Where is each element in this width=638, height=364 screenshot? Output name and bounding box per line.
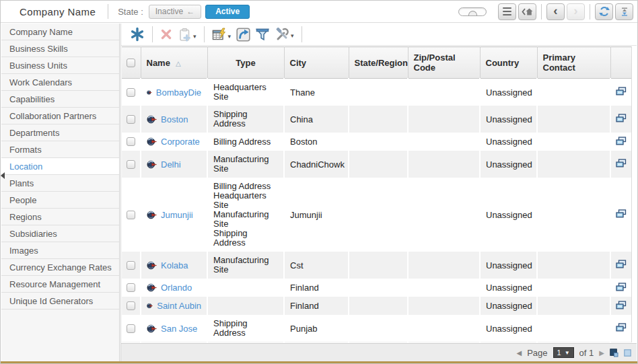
zip-cell — [408, 133, 480, 151]
toggle-knob-icon — [468, 11, 477, 15]
location-name-link[interactable]: Jumunjii — [161, 210, 193, 220]
print-button[interactable] — [610, 252, 631, 279]
location-name-link[interactable]: Kolaba — [161, 260, 188, 270]
sidebar-item-collaboration-partners[interactable]: Collaboration Partners — [1, 108, 119, 124]
filter-button[interactable] — [256, 28, 269, 41]
forward-button[interactable]: › — [567, 3, 585, 20]
print-button[interactable] — [610, 133, 631, 151]
grid-view-selected-icon[interactable] — [610, 349, 618, 357]
row-checkbox[interactable] — [127, 160, 135, 169]
print-button[interactable] — [610, 279, 631, 297]
row-checkbox[interactable] — [127, 211, 135, 219]
print-button[interactable] — [610, 106, 631, 133]
tools-button[interactable]: ▾ — [275, 28, 294, 41]
column-header-country[interactable]: Country — [480, 47, 537, 79]
sidebar-item-formats[interactable]: Formats — [1, 141, 119, 158]
location-name-link[interactable]: Saint Aubin — [157, 301, 201, 311]
sidebar-item-capabilities[interactable]: Capabilities — [1, 91, 119, 108]
export-button[interactable] — [236, 28, 250, 42]
row-checkbox[interactable] — [127, 283, 135, 292]
zip-cell — [408, 279, 480, 297]
zip-cell — [408, 106, 480, 133]
location-name-link[interactable]: Corporate — [161, 137, 200, 147]
print-button[interactable] — [610, 342, 631, 342]
sidebar-item-subsidiaries[interactable]: Subsidiaries — [1, 225, 119, 242]
sidebar-item-business-skills[interactable]: Business Skills — [1, 40, 119, 57]
print-icon — [616, 283, 627, 291]
refresh-button[interactable] — [595, 3, 613, 20]
globe-arrow-icon — [147, 301, 153, 310]
country-cell: Unassigned — [480, 178, 537, 252]
print-button[interactable] — [610, 315, 631, 342]
select-all-checkbox[interactable] — [127, 59, 135, 67]
sidebar-item-unique-id-generators[interactable]: Unique Id Generators — [1, 293, 119, 310]
state-cell — [349, 279, 408, 297]
row-checkbox[interactable] — [127, 261, 135, 270]
country-cell: Unassigned — [480, 315, 537, 342]
sidebar-collapse-handle[interactable] — [1, 172, 5, 179]
table-row: Delhi Manufacturing Site ChadniChowk Una… — [122, 151, 631, 178]
column-header-city[interactable]: City — [284, 47, 349, 79]
country-cell: Unassigned — [480, 279, 537, 297]
page-number-dropdown[interactable]: 1 ▼ — [553, 347, 574, 358]
state-cell — [349, 252, 408, 279]
inactive-state-button[interactable]: Inactive ← — [149, 5, 201, 19]
page-of-label: of 1 — [579, 348, 594, 358]
table-row: San Jose Shipping Address Punjab Unassig… — [122, 315, 631, 342]
country-cell: Unassigned — [480, 79, 537, 106]
print-button[interactable] — [610, 178, 631, 252]
table-actions-button[interactable]: ▾ — [212, 28, 232, 42]
delete-button[interactable] — [160, 28, 172, 40]
home-collapse-button[interactable] — [518, 3, 536, 20]
paste-add-button[interactable]: ▾ — [178, 28, 197, 42]
expand-collapse-button[interactable] — [615, 3, 633, 20]
sidebar-item-location[interactable]: Location — [1, 158, 119, 175]
zip-cell — [408, 79, 480, 106]
row-checkbox[interactable] — [127, 324, 135, 333]
previous-page-icon[interactable]: ◀ — [516, 349, 522, 357]
sidebar-item-regions[interactable]: Regions — [1, 209, 119, 225]
primary-contact-cell — [537, 133, 610, 151]
sidebar-item-plants[interactable]: Plants — [1, 175, 119, 192]
column-header-zip[interactable]: Zip/Postal Code — [408, 47, 480, 79]
column-header-type[interactable]: Type — [207, 47, 284, 79]
grid-view-alt-icon[interactable] — [624, 349, 631, 357]
divider — [590, 4, 590, 20]
toggle-switch[interactable] — [458, 7, 487, 16]
sidebar-item-departments[interactable]: Departments — [1, 124, 119, 141]
location-name-link[interactable]: BombayDie — [156, 87, 201, 98]
bottom-accent-border — [1, 361, 637, 363]
sidebar-item-currency-exchange-rates[interactable]: Currency Exchange Rates — [1, 259, 119, 276]
sidebar-item-work-calendars[interactable]: Work Calendars — [1, 74, 119, 91]
print-button[interactable] — [610, 79, 631, 106]
type-cell — [207, 297, 284, 315]
up-down-triangles-icon — [620, 7, 629, 16]
sidebar-item-company-name[interactable]: Company Name — [1, 24, 119, 40]
new-record-button[interactable] — [130, 27, 145, 42]
location-name-link[interactable]: Orlando — [161, 283, 192, 293]
location-name-link[interactable]: Boston — [161, 114, 188, 124]
back-button[interactable]: ‹ — [546, 3, 565, 20]
globe-arrow-icon — [147, 115, 157, 124]
sidebar-item-images[interactable]: Images — [1, 242, 119, 259]
divider — [541, 4, 542, 20]
print-button[interactable] — [610, 151, 631, 178]
sidebar-item-business-units[interactable]: Business Units — [1, 57, 119, 74]
row-checkbox[interactable] — [127, 88, 135, 97]
column-header-state[interactable]: State/Region — [349, 47, 408, 79]
active-state-button[interactable]: Active — [205, 5, 250, 19]
menu-button[interactable] — [498, 3, 516, 20]
location-name-link[interactable]: San Jose — [161, 324, 197, 334]
country-cell: Unassigned — [480, 151, 537, 178]
column-header-name[interactable]: Name△ — [141, 47, 207, 79]
sidebar-item-resource-management[interactable]: Resource Management — [1, 276, 119, 293]
column-header-primary-contact[interactable]: Primary Contact — [537, 47, 610, 79]
row-checkbox[interactable] — [127, 301, 135, 310]
row-checkbox[interactable] — [127, 115, 135, 124]
row-checkbox[interactable] — [127, 137, 135, 146]
print-button[interactable] — [610, 297, 631, 315]
sidebar-item-people[interactable]: People — [1, 192, 119, 209]
next-page-icon[interactable]: ▶ — [599, 349, 604, 357]
city-cell: Tokyo — [284, 342, 349, 342]
location-name-link[interactable]: Delhi — [161, 159, 181, 170]
